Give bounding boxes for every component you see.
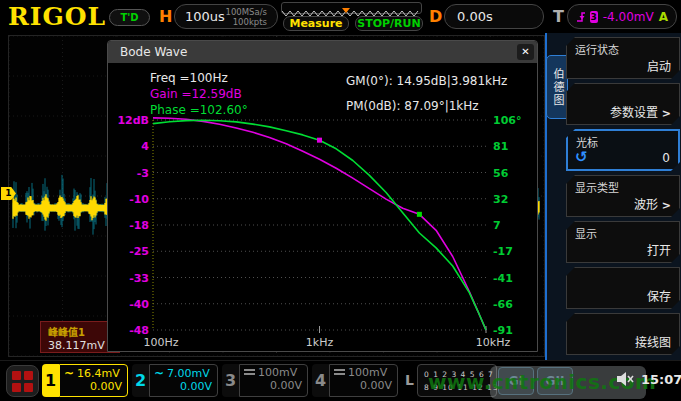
timebase-box[interactable]: 100us 100MSa/s 100kpts: [174, 4, 278, 29]
x-axis-tick: 1kHz: [306, 336, 334, 349]
channel-scale: 100mV: [348, 366, 387, 379]
timebase-value: 100us: [185, 9, 225, 24]
main-menu-button[interactable]: [6, 365, 39, 397]
right-axis-tick: 56: [493, 167, 509, 180]
trigger-position-icon: [342, 8, 350, 13]
phase-curve: [153, 120, 486, 330]
channel-1-indicator[interactable]: 1~16.4mV0.00V: [42, 364, 128, 397]
menu-item-value: 接线图: [635, 333, 671, 350]
trigger-coupling: A: [659, 10, 668, 24]
channel-offset: 0.00V: [64, 380, 122, 393]
channel-offset: 0.00V: [154, 380, 212, 393]
waveform-preview-bar[interactable]: [281, 2, 422, 14]
menu-grid-icon: [12, 371, 21, 380]
x-axis-tick: 10kHz: [476, 336, 511, 349]
right-axis-tick: 81: [493, 140, 508, 153]
measure-button[interactable]: Measure: [283, 16, 349, 31]
oscilloscope-screen: 1 峰峰值1 38.117mV RIGOL T'D H 100us 100MSa…: [0, 0, 681, 401]
left-axis-tick: -40: [129, 298, 149, 311]
sample-rate: 100MSa/s: [226, 7, 267, 17]
channel-2-indicator[interactable]: 2~7.00mV0.00V: [132, 364, 218, 397]
menu-item-value: 参数设置 >: [610, 103, 671, 120]
memory-depth: 100kpts: [233, 17, 267, 27]
clock: 15:07: [641, 372, 681, 387]
right-axis-tick: 7: [493, 219, 501, 232]
left-axis-tick: -25: [129, 245, 149, 258]
dialog-title: Bode Wave: [120, 45, 187, 59]
rotate-knob-icon: ↺: [575, 148, 588, 166]
menu-sidebar: 伯德图 运行状态启动参数设置 >光标↺0显示类型波形 >显示打开保存接线图: [545, 33, 681, 360]
menu-item-value: 打开: [647, 241, 671, 258]
menu-item-6[interactable]: 保存: [566, 267, 680, 309]
horizontal-label: H: [159, 7, 172, 26]
delay-box[interactable]: 0.00s: [444, 4, 544, 29]
left-axis-tick: -3: [137, 167, 149, 180]
menu-item-5[interactable]: 显示打开: [566, 221, 680, 263]
margin-marker: [417, 212, 422, 217]
menu-item-1[interactable]: 运行状态启动: [566, 37, 680, 79]
dc-coupling-icon: [244, 369, 255, 377]
cursor-gain-readout: Gain =12.59dB: [150, 87, 242, 101]
gain-curve: [153, 118, 486, 330]
menu-item-label: 显示类型: [575, 179, 619, 195]
channel-settings-box: 100mV0.00V: [239, 364, 308, 397]
close-icon[interactable]: ✕: [517, 44, 534, 60]
cursor-freq-readout: Freq =100Hz: [150, 71, 228, 85]
channel-offset: 0.00V: [334, 379, 392, 392]
channel-scale: 16.4mV: [77, 367, 120, 380]
delay-label: D: [429, 7, 442, 26]
right-axis-tick: 32: [493, 193, 508, 206]
gain-margin-readout: GM(0°): 14.95dB|3.981kHz: [346, 74, 507, 88]
trigger-status-badge: T'D: [109, 9, 150, 26]
acquisition-info: 100MSa/s 100kpts: [226, 7, 267, 27]
channel-settings-box: ~7.00mV0.00V: [149, 364, 218, 397]
dc-coupling-icon: [334, 369, 345, 377]
menu-item-label: 运行状态: [575, 41, 619, 57]
dialog-titlebar[interactable]: Bode Wave ✕: [108, 41, 537, 63]
channel-4-indicator[interactable]: 4100mV0.00V: [312, 364, 398, 397]
right-axis-tick: -17: [493, 245, 513, 258]
bode-wave-dialog: 12dB106°481-356-1032-187-25-17-33-41-40-…: [107, 40, 538, 352]
menu-item-7[interactable]: 接线图: [566, 313, 680, 355]
stop-run-button[interactable]: STOP/RUN: [355, 16, 423, 31]
channel-settings-box: 100mV0.00V: [329, 364, 398, 397]
channel-offset: 0.00V: [244, 379, 302, 392]
channel-settings-box: ~16.4mV0.00V: [59, 364, 128, 397]
left-axis-tick: 4: [141, 140, 149, 153]
menu-item-2[interactable]: 参数设置 >: [566, 83, 680, 125]
right-axis-tick: -66: [493, 298, 513, 311]
rigol-logo: RIGOL: [8, 2, 106, 31]
right-axis-tick: -41: [493, 272, 513, 285]
channel-scale: 100mV: [258, 366, 297, 379]
left-axis-tick: -10: [129, 193, 149, 206]
bottom-status-bar: 1~16.4mV0.00V2~7.00mV0.00V3100mV0.00V410…: [0, 360, 681, 401]
channel-scale: 7.00mV: [167, 367, 210, 380]
ac-coupling-icon: ~: [64, 366, 74, 380]
menu-item-value: 波形 >: [634, 195, 671, 212]
menu-item-4[interactable]: 显示类型波形 >: [566, 175, 680, 217]
logic-label: L: [402, 364, 417, 397]
channel-number: 1: [42, 364, 59, 397]
trigger-box[interactable]: 3 -4.00mV A: [567, 4, 677, 29]
left-axis-tick: -18: [129, 219, 149, 232]
menu-item-value: 0: [662, 151, 670, 165]
right-axis-tick: 106°: [493, 114, 521, 127]
margin-marker: [317, 138, 322, 143]
channel-3-indicator[interactable]: 3100mV0.00V: [222, 364, 308, 397]
channel-number: 3: [222, 364, 239, 397]
channel-number: 4: [312, 364, 329, 397]
left-axis-tick: 12dB: [117, 114, 149, 127]
menu-item-value: 启动: [647, 57, 671, 74]
submenu-arrow-icon: >: [658, 199, 671, 212]
submenu-arrow-icon: >: [658, 107, 671, 120]
menu-item-label: 显示: [575, 225, 597, 241]
speaker-muted-icon[interactable]: [616, 371, 636, 387]
menu-item-3[interactable]: 光标↺0: [566, 129, 680, 171]
x-axis-tick: 100Hz: [143, 336, 178, 349]
trigger-source-badge: 3: [590, 11, 598, 23]
channel-number: 2: [132, 364, 149, 397]
bode-menu-tab[interactable]: 伯德图: [546, 55, 568, 119]
phase-margin-readout: PM(0dB): 87.09°|1kHz: [346, 99, 479, 113]
left-axis-tick: -33: [129, 272, 149, 285]
trigger-level: -4.00mV: [603, 10, 654, 24]
